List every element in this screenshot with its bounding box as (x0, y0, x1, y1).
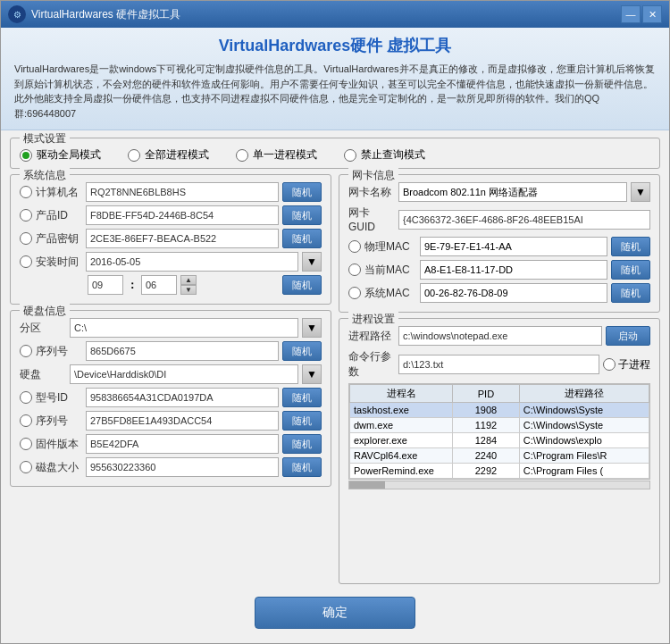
product-key-input[interactable] (86, 229, 279, 248)
time-min-input[interactable] (141, 275, 177, 295)
cur-mac-label: 当前MAC (364, 263, 416, 278)
disksize-rand-btn[interactable]: 随机 (282, 457, 322, 477)
proc-table-scrollbar[interactable] (348, 481, 650, 489)
mode-allproc[interactable]: 全部进程模式 (128, 147, 209, 163)
time-inputs: ： ▲ ▼ (88, 275, 279, 295)
partition-input[interactable] (70, 318, 298, 338)
partition-dropdown[interactable]: ▼ (302, 318, 322, 338)
disk-serial2-row: 序列号 随机 (20, 411, 322, 431)
proc-path-input[interactable] (398, 326, 602, 346)
cur-mac-row: 当前MAC 随机 (348, 260, 650, 280)
sys-mac-label: 系统MAC (364, 286, 416, 301)
proc-args-input[interactable] (398, 355, 599, 374)
model-rand-btn[interactable]: 随机 (282, 388, 322, 407)
model-input[interactable] (86, 388, 279, 407)
disk-serial-radio[interactable] (20, 345, 32, 357)
time-spin-down[interactable]: ▼ (180, 285, 197, 295)
table-row[interactable]: RAVCpl64.exe 2240 C:\Program Files\R (350, 448, 649, 464)
confirm-button[interactable]: 确定 (255, 597, 415, 629)
model-radio[interactable] (20, 391, 32, 404)
disk-input[interactable] (70, 364, 298, 384)
product-key-rand-btn[interactable]: 随机 (282, 229, 322, 248)
disksize-input[interactable] (86, 457, 279, 477)
title-bar: ⚙ VirtualHardwares 硬件虚拟工具 — ✕ (1, 1, 669, 28)
table-row[interactable]: dwm.exe 1192 C:\Windows\Syste (350, 418, 649, 433)
partition-label: 分区 (20, 321, 66, 336)
product-id-input[interactable] (86, 205, 279, 225)
mode-noquery-radio[interactable] (344, 149, 356, 162)
sys-mac-input[interactable] (420, 283, 607, 303)
procinfo-label: 进程设置 (348, 312, 398, 327)
cur-mac-input[interactable] (420, 260, 607, 280)
nic-name-input[interactable] (398, 182, 627, 202)
firmware-rand-btn[interactable]: 随机 (282, 434, 322, 454)
computer-name-input[interactable] (86, 182, 279, 202)
time-hour-input[interactable] (88, 275, 123, 295)
sys-mac-rand-btn[interactable]: 随机 (611, 283, 650, 303)
disk-serial-rand-btn[interactable]: 随机 (282, 341, 322, 361)
time-spin-up[interactable]: ▲ (180, 275, 197, 285)
proc-name-cell: taskhost.exe (350, 403, 453, 418)
table-row[interactable]: PowerRemind.exe 2292 C:\Program Files ( (350, 464, 649, 479)
proc-pid-cell: 2292 (453, 464, 520, 479)
firmware-radio[interactable] (20, 438, 32, 450)
close-button[interactable]: ✕ (642, 5, 662, 23)
product-key-radio[interactable] (20, 232, 32, 245)
date-dropdown-arrow[interactable]: ▼ (302, 252, 322, 272)
disksize-label: 磁盘大小 (36, 460, 82, 475)
minimize-button[interactable]: — (621, 5, 641, 23)
subprocess-option[interactable]: 子进程 (603, 357, 650, 372)
phys-mac-input[interactable] (420, 237, 607, 256)
mode-singleproc-radio[interactable] (236, 149, 248, 162)
product-key-row: 产品密钥 随机 (20, 229, 322, 248)
computer-name-label: 计算机名 (36, 185, 82, 200)
proc-name-cell: PowerRemind.exe (350, 464, 453, 479)
disk-serial2-rand-btn[interactable]: 随机 (282, 411, 322, 431)
proc-args-label: 命令行参数 (348, 349, 395, 380)
table-row[interactable]: taskhost.exe 1908 C:\Windows\Syste (350, 403, 649, 418)
proc-col-name: 进程名 (350, 385, 453, 403)
mode-global-radio[interactable] (20, 149, 32, 162)
nic-guid-label: 网卡GUID (348, 205, 395, 233)
install-date-input[interactable] (86, 252, 298, 272)
disk-serial2-input[interactable] (86, 411, 279, 431)
product-key-label: 产品密钥 (36, 231, 82, 247)
computer-name-radio[interactable] (20, 186, 32, 198)
cur-mac-rand-btn[interactable]: 随机 (611, 260, 650, 280)
proc-pid-cell: 1284 (453, 433, 520, 448)
mode-singleproc[interactable]: 单一进程模式 (236, 147, 317, 163)
mode-section-label: 模式设置 (20, 131, 70, 146)
firmware-label: 固件版本 (36, 437, 82, 452)
firmware-input[interactable] (86, 434, 279, 454)
model-label: 型号ID (36, 390, 82, 406)
proc-start-btn[interactable]: 启动 (606, 326, 650, 346)
mode-options-row: 驱动全局模式 全部进程模式 单一进程模式 禁止查询模式 (20, 144, 650, 163)
mode-allproc-radio[interactable] (128, 149, 140, 162)
install-time-radio[interactable] (20, 255, 32, 268)
disk-serial-input[interactable] (86, 341, 279, 361)
computer-name-rand-btn[interactable]: 随机 (282, 182, 322, 202)
product-id-rand-btn[interactable]: 随机 (282, 205, 322, 225)
disk-dropdown[interactable]: ▼ (302, 364, 322, 384)
window-title: VirtualHardwares 硬件虚拟工具 (31, 7, 621, 22)
mode-noquery[interactable]: 禁止查询模式 (344, 147, 425, 163)
cur-mac-radio[interactable] (348, 263, 361, 276)
mode-global[interactable]: 驱动全局模式 (20, 147, 101, 163)
sysinfo-label: 系统信息 (20, 168, 70, 183)
phys-mac-rand-btn[interactable]: 随机 (611, 237, 650, 256)
table-row[interactable]: explorer.exe 1284 C:\Windows\explo (350, 433, 649, 448)
time-rand-btn[interactable]: 随机 (282, 275, 322, 295)
sys-mac-radio[interactable] (348, 287, 361, 299)
diskinfo-section: 硬盘信息 分区 ▼ 序列号 随机 硬盘 (10, 310, 331, 487)
product-id-radio[interactable] (20, 209, 32, 222)
nic-dropdown-btn[interactable]: ▼ (631, 182, 650, 202)
nic-guid-input[interactable] (398, 210, 650, 230)
subprocess-radio[interactable] (603, 358, 616, 371)
right-column: 网卡信息 网卡名称 ▼ 网卡GUID 物理MAC 随机 (339, 174, 660, 584)
phys-mac-radio[interactable] (348, 240, 361, 253)
app-icon: ⚙ (8, 5, 26, 23)
disk-serial2-radio[interactable] (20, 414, 32, 427)
proc-path-cell: C:\Windows\explo (519, 433, 649, 448)
disksize-radio[interactable] (20, 461, 32, 473)
bottom-bar: 确定 (10, 590, 660, 636)
